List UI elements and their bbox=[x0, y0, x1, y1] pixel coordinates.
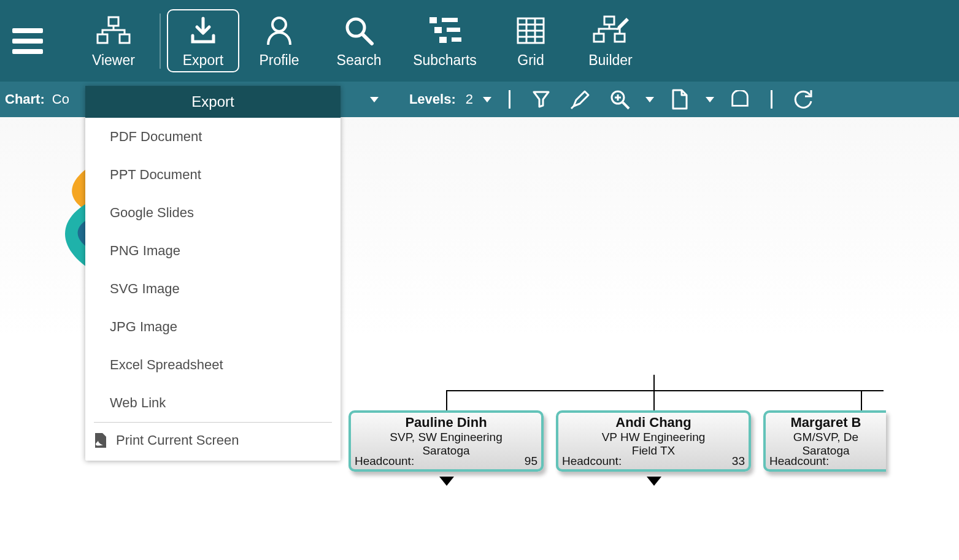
chart-label: Chart: bbox=[5, 91, 45, 107]
viewer-label: Viewer bbox=[92, 52, 135, 69]
svg-rect-20 bbox=[615, 34, 625, 42]
levels-label: Levels: bbox=[409, 91, 456, 107]
export-pdf[interactable]: PDF Document bbox=[85, 118, 341, 156]
svg-rect-0 bbox=[109, 17, 118, 26]
svg-point-3 bbox=[272, 18, 286, 31]
node-hc-label: Headcount: bbox=[769, 455, 829, 468]
svg-line-22 bbox=[623, 102, 629, 109]
builder-button[interactable]: Builder bbox=[571, 9, 650, 72]
node-hc-label: Headcount: bbox=[355, 455, 414, 468]
export-icon bbox=[188, 13, 218, 48]
svg-rect-9 bbox=[447, 28, 460, 32]
connector bbox=[861, 390, 862, 410]
chart-name: Co bbox=[52, 91, 69, 107]
builder-label: Builder bbox=[588, 52, 633, 69]
toolbar-divider bbox=[160, 13, 161, 69]
node-hc-value: 95 bbox=[525, 455, 537, 468]
svg-line-5 bbox=[363, 34, 372, 44]
subcharts-icon bbox=[428, 13, 461, 48]
export-button[interactable]: Export bbox=[167, 9, 239, 72]
svg-rect-1 bbox=[98, 34, 107, 43]
viewer-icon bbox=[96, 13, 131, 48]
export-jpg[interactable]: JPG Image bbox=[85, 308, 341, 346]
node-hc-label: Headcount: bbox=[562, 455, 622, 468]
pdf-icon bbox=[94, 432, 107, 448]
export-svg[interactable]: SVG Image bbox=[85, 270, 341, 308]
svg-rect-19 bbox=[594, 34, 604, 42]
export-png[interactable]: PNG Image bbox=[85, 232, 341, 270]
expand-arrow-icon[interactable] bbox=[439, 477, 454, 486]
node-title: VP HW Engineering bbox=[558, 431, 749, 444]
sub-divider bbox=[509, 90, 510, 109]
connector bbox=[446, 390, 447, 410]
subcharts-label: Subcharts bbox=[413, 52, 477, 69]
node-title: SVP, SW Engineering bbox=[351, 431, 541, 444]
levels-value: 2 bbox=[466, 91, 473, 107]
page-caret[interactable] bbox=[706, 97, 714, 102]
node-title: GM/SVP, De bbox=[766, 431, 886, 444]
svg-rect-2 bbox=[120, 34, 129, 43]
filter-icon[interactable] bbox=[530, 88, 552, 110]
search-label: Search bbox=[337, 52, 382, 69]
refresh-icon[interactable] bbox=[792, 88, 814, 110]
export-weblink[interactable]: Web Link bbox=[85, 384, 341, 422]
grid-label: Grid bbox=[517, 52, 544, 69]
export-ppt[interactable]: PPT Document bbox=[85, 156, 341, 194]
top-toolbar: Viewer Export Profile Search Subcharts G… bbox=[0, 0, 959, 82]
connector bbox=[653, 390, 655, 410]
export-menu: Export PDF Document PPT Document Google … bbox=[85, 86, 341, 461]
grid-icon bbox=[515, 13, 546, 48]
export-print-label: Print Current Screen bbox=[116, 432, 239, 448]
profile-button[interactable]: Profile bbox=[239, 9, 319, 72]
chart-dropdown-caret[interactable] bbox=[370, 97, 379, 102]
svg-rect-8 bbox=[434, 27, 442, 33]
sub-divider-2 bbox=[771, 90, 772, 109]
node-name: Andi Chang bbox=[558, 415, 749, 431]
bread-icon[interactable] bbox=[729, 88, 751, 110]
zoom-icon[interactable] bbox=[609, 88, 631, 110]
svg-rect-10 bbox=[439, 37, 447, 43]
highlighter-icon[interactable] bbox=[569, 88, 591, 110]
export-gslides[interactable]: Google Slides bbox=[85, 194, 341, 232]
export-print[interactable]: Print Current Screen bbox=[85, 423, 341, 461]
export-xls[interactable]: Excel Spreadsheet bbox=[85, 346, 341, 384]
svg-rect-6 bbox=[429, 17, 437, 23]
levels-caret[interactable] bbox=[483, 97, 491, 102]
export-menu-title: Export bbox=[85, 86, 341, 118]
node-name: Margaret B bbox=[766, 415, 886, 431]
connector bbox=[446, 390, 884, 391]
expand-arrow-icon[interactable] bbox=[647, 477, 661, 486]
svg-rect-7 bbox=[442, 18, 458, 22]
grid-button[interactable]: Grid bbox=[491, 9, 571, 72]
org-node[interactable]: Pauline Dinh SVP, SW Engineering Saratog… bbox=[349, 410, 544, 472]
subcharts-button[interactable]: Subcharts bbox=[399, 9, 491, 72]
menu-icon[interactable] bbox=[12, 28, 43, 54]
node-name: Pauline Dinh bbox=[351, 415, 541, 431]
node-hc-value: 33 bbox=[732, 455, 745, 468]
page-icon[interactable] bbox=[669, 88, 691, 110]
builder-icon bbox=[592, 13, 629, 48]
search-icon bbox=[344, 13, 374, 48]
org-node[interactable]: Margaret B GM/SVP, De Saratoga Headcount… bbox=[763, 410, 886, 472]
export-label: Export bbox=[183, 52, 223, 69]
org-node[interactable]: Andi Chang VP HW Engineering Field TX He… bbox=[556, 410, 751, 472]
viewer-button[interactable]: Viewer bbox=[74, 9, 153, 72]
connector bbox=[653, 375, 655, 390]
profile-label: Profile bbox=[259, 52, 299, 69]
svg-rect-11 bbox=[452, 37, 461, 42]
zoom-caret[interactable] bbox=[645, 97, 654, 102]
svg-rect-18 bbox=[604, 17, 614, 25]
search-button[interactable]: Search bbox=[319, 9, 399, 72]
profile-icon bbox=[264, 13, 294, 48]
